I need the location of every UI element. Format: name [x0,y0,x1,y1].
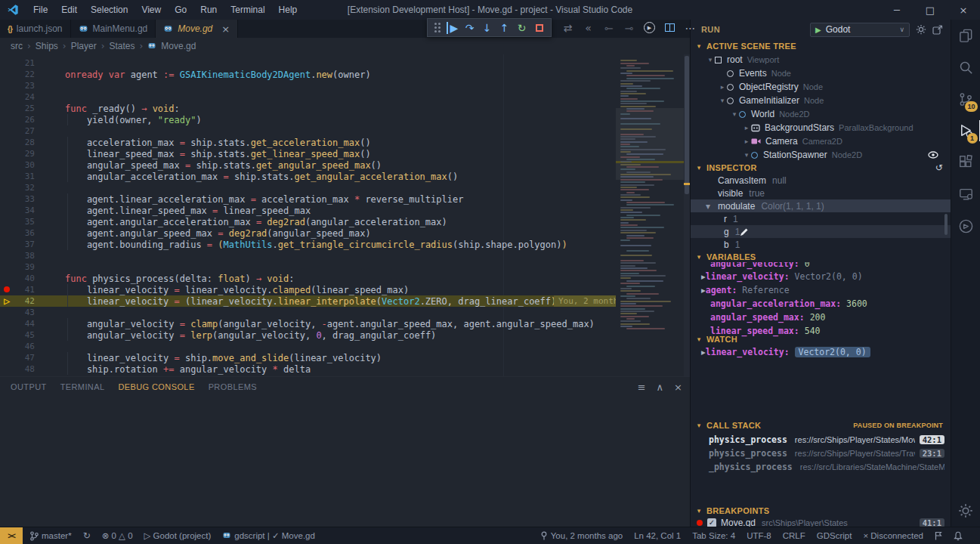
stack-frame-0[interactable]: physics_processres://src/Ships/Player/St… [691,433,951,447]
remote-indicator[interactable]: >< [0,527,23,544]
tree-item-world[interactable]: ▾WorldNode2D [691,107,951,121]
status-godot-connection[interactable]: × Disconnected [863,531,923,540]
run-without-debugging-button[interactable]: ▶ [641,20,658,36]
status-language-mode[interactable]: GDScript [817,531,852,540]
code-line-43[interactable]: 43 [0,307,616,318]
status-sync[interactable]: ↻ [83,530,91,541]
code-line-31[interactable]: 31 angular_acceleration_max = ship.stats… [0,171,616,182]
status-debug-launch[interactable]: ▷ Godot (project) [144,530,212,541]
code-line-22[interactable]: 22onready var agent := GSAIKinematicBody… [0,69,616,80]
tab-mainmenu-gd[interactable]: MainMenu.gd [71,20,156,38]
status-cursor-position[interactable]: Ln 42, Col 1 [634,531,681,540]
section-header-call-stack[interactable]: ▾ CALL STACK PAUSED ON BREAKPOINT [691,418,951,433]
minimize-button[interactable]: ─ [880,5,914,16]
code-line-47[interactable]: 47 linear_velocity = ship.move_and_slide… [0,352,616,363]
variable-angular-speed-max[interactable]: angular_speed_max:200 [691,311,951,324]
activity-explorer[interactable] [951,20,980,51]
activity-search[interactable] [951,51,980,83]
section-header-scene-tree[interactable]: ▾ ACTIVE SCENE TREE [691,39,951,53]
status-feedback[interactable] [935,531,942,540]
edit-value-pencil-icon[interactable] [740,227,749,236]
visibility-eye-icon[interactable] [928,151,938,159]
breakpoint-entry[interactable]: ✓Move.gdsrc\Ships\Player\States41:1 [691,517,951,527]
minimap[interactable] [616,54,684,376]
breadcrumb-file[interactable]: Move.gd [161,41,196,51]
menu-terminal[interactable]: Terminal [224,5,271,15]
inspector-row-r[interactable]: r1 [691,212,951,225]
code-line-35[interactable]: 35 agent.angular_acceleration_max = deg2… [0,216,616,227]
close-button[interactable]: × [947,5,980,16]
section-header-watch[interactable]: ▾ WATCH [691,333,951,345]
inspector-row-canvasitem[interactable]: CanvasItemnull [691,174,951,187]
tree-item-stationspawner[interactable]: ▾StationSpawnerNode2D [691,148,951,162]
breadcrumb-item-src[interactable]: src [11,41,23,51]
variable-angular-acceleration-max[interactable]: angular_acceleration_max:3600 [691,297,951,311]
tree-chevron-icon[interactable]: ▾ [742,151,751,159]
code-editor[interactable]: 2122onready var agent := GSAIKinematicBo… [0,54,690,376]
step-forward-button[interactable]: ⊸ [620,20,638,36]
menu-run[interactable]: Run [193,5,224,15]
menu-edit[interactable]: Edit [54,5,84,15]
tree-item-objectregistry[interactable]: ▸ObjectRegistryNode [691,80,951,94]
breadcrumb-item-ships[interactable]: Ships [36,41,58,51]
status-gitlens-blame[interactable]: You, 2 months ago [540,531,623,540]
stack-frame-2[interactable]: _physics_processres://src/Libraries/Stat… [691,460,951,474]
breadcrumb-item-states[interactable]: States [109,41,134,51]
panel-tab-problems[interactable]: PROBLEMS [209,382,257,391]
tree-item-root[interactable]: ▾rootViewport [691,53,951,66]
maximize-button[interactable]: □ [914,5,947,16]
menu-help[interactable]: Help [272,5,305,15]
status-indentation[interactable]: Tab Size: 4 [692,531,735,540]
tab-launch-json[interactable]: {}launch.json [0,20,71,38]
breakpoint-dot[interactable] [4,286,10,292]
close-panel-icon[interactable]: × [674,382,682,393]
launch-config-dropdown[interactable]: ▶ Godot ∨ [810,23,910,37]
debug-current-line-arrow[interactable]: ▷ [0,295,14,307]
code-line-40[interactable]: 40func physics_process(delta: float) → v… [0,273,616,284]
variable-linear-velocity[interactable]: ▸linear_velocity:Vector2(0, 0) [691,345,951,359]
inspector-row-modulate[interactable]: ▾modulateColor(1, 1, 1, 1) [691,199,951,212]
stop-button[interactable] [530,20,548,36]
code-line-32[interactable]: 32 [0,182,616,193]
code-line-38[interactable]: 38 [0,250,616,261]
code-line-36[interactable]: 36 agent.angular_speed_max = deg2rad(ang… [0,227,616,239]
clear-console-icon[interactable]: ≡ [638,382,646,393]
code-line-33[interactable]: 33 agent.linear_acceleration_max = accel… [0,193,616,205]
breadcrumb-item-player[interactable]: Player [71,41,97,51]
reverse-continue-button[interactable]: « [580,20,597,36]
activity-source-control[interactable]: 10 [951,83,980,115]
tree-item-backgroundstars[interactable]: ▸BackgroundStarsParallaxBackground [691,121,951,134]
tree-item-camera[interactable]: ▸CameraCamera2D [691,134,951,148]
inspector-row-b[interactable]: b1 [691,238,951,251]
code-line-24[interactable]: 24 [0,91,616,103]
section-header-variables[interactable]: ▾ VARIABLES [691,251,951,262]
menu-view[interactable]: View [134,5,168,15]
inspector-row-visible[interactable]: visibletrue [691,187,951,199]
restart-button[interactable]: ↻ [513,20,530,36]
step-over-button[interactable]: ↷ [461,20,478,36]
code-line-25[interactable]: 25func _ready() → void: [0,103,616,114]
activity-manage[interactable] [951,495,980,527]
status-notifications[interactable] [954,531,963,541]
activity-godot-tools[interactable] [951,210,980,242]
maximize-panel-icon[interactable]: ∧ [657,382,664,393]
panel-tab-debug-console[interactable]: DEBUG CONSOLE [118,382,194,391]
code-line-39[interactable]: 39 [0,261,616,273]
drag-handle-icon[interactable] [434,23,437,25]
scrollbar-thumb[interactable] [685,56,689,194]
step-into-button[interactable]: ↓ [478,20,496,36]
code-line-48[interactable]: 48 ship.rotation += angular_velocity * d… [0,363,616,375]
inspector-row-g[interactable]: g1 [691,225,951,238]
tree-chevron-icon[interactable]: ▸ [718,83,727,91]
variable-linear-velocity[interactable]: ▸linear_velocity:Vector2(0, 0) [691,270,951,283]
variable-angular-velocity[interactable]: angular_velocity:0 [691,262,951,270]
editor-scrollbar[interactable] [684,54,690,376]
menu-go[interactable]: Go [168,5,193,15]
status-git-branch[interactable]: master* [30,531,72,541]
panel-tab-terminal[interactable]: TERMINAL [60,382,105,391]
activity-remote-explorer[interactable] [951,178,980,210]
tree-item-events[interactable]: EventsNode [691,66,951,80]
variable-agent[interactable]: ▸agent:Reference [691,283,951,297]
refresh-inspector-icon[interactable]: ↺ [935,162,943,173]
code-line-26[interactable]: 26 yield(owner, "ready") [0,114,616,125]
